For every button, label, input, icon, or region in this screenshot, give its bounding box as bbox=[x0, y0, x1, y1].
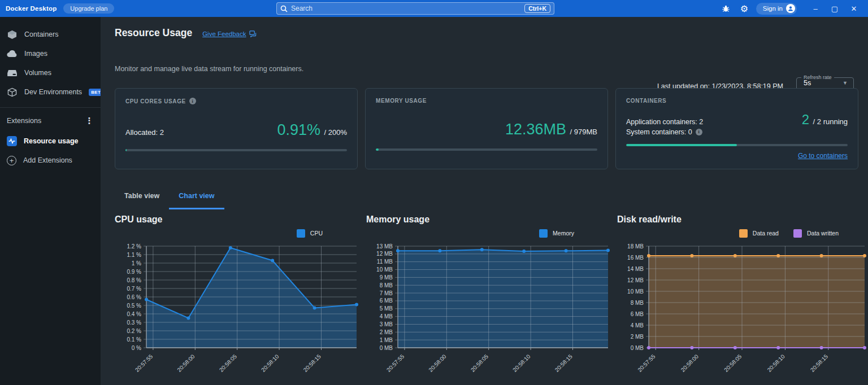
y-axis-tick-label: 18 MB bbox=[627, 243, 644, 250]
data-point-marker bbox=[690, 254, 693, 257]
tab-chart-view[interactable]: Chart view bbox=[169, 184, 224, 209]
chart-legend: Data read Data written bbox=[617, 228, 868, 238]
minimize-button[interactable]: – bbox=[807, 0, 824, 17]
cpu-allocated-text: Allocated: 2 bbox=[125, 128, 164, 137]
maximize-button[interactable]: ▢ bbox=[826, 0, 843, 17]
legend-label: CPU bbox=[310, 230, 323, 237]
tab-table-view[interactable]: Table view bbox=[115, 184, 169, 209]
settings-gear-icon[interactable]: ⚙ bbox=[738, 2, 750, 15]
y-axis-tick-label: 1 MB bbox=[380, 337, 393, 343]
data-point-marker bbox=[734, 254, 737, 257]
system-containers-text: System containers: 0 bbox=[626, 127, 692, 137]
chart-title: CPU usage bbox=[115, 215, 360, 225]
y-axis-tick-label: 0.7 % bbox=[127, 286, 141, 292]
extensions-header: Extensions ⋮ bbox=[0, 112, 101, 132]
upgrade-plan-button[interactable]: Upgrade plan bbox=[63, 3, 114, 14]
card-label: CPU CORES USAGE i bbox=[125, 98, 347, 104]
disk-read-write-chart-panel: Disk read/write Data read Data written 0… bbox=[617, 215, 868, 383]
view-tabs: Table view Chart view bbox=[115, 184, 224, 209]
data-point-marker bbox=[313, 307, 316, 310]
legend-label: Memory bbox=[553, 230, 574, 237]
cpu-usage-value: 0.91% bbox=[277, 121, 321, 138]
sign-in-button[interactable]: Sign in bbox=[756, 3, 797, 15]
data-point-marker bbox=[776, 254, 780, 257]
sidebar-item-label: Resource usage bbox=[24, 137, 79, 145]
sign-in-label: Sign in bbox=[763, 5, 783, 12]
sidebar-item-containers[interactable]: Containers bbox=[0, 25, 101, 44]
data-point-marker bbox=[145, 298, 148, 301]
y-axis-tick-label: 0.1 % bbox=[127, 336, 141, 343]
legend-label: Data read bbox=[753, 230, 779, 237]
y-axis-tick-label: 8 MB bbox=[380, 282, 393, 288]
y-axis-tick-label: 12 MB bbox=[376, 251, 393, 257]
info-icon[interactable]: i bbox=[696, 129, 702, 135]
data-point-marker bbox=[271, 259, 274, 262]
y-axis-tick-label: 1 % bbox=[132, 260, 141, 266]
search-input[interactable]: Search Ctrl+K bbox=[276, 2, 554, 15]
refresh-rate-value: 5s bbox=[804, 79, 811, 87]
series-line bbox=[398, 250, 608, 251]
images-icon bbox=[7, 50, 18, 58]
window-controls: – ▢ ✕ bbox=[807, 0, 862, 17]
x-axis-tick-label: 20:58:00 bbox=[427, 353, 448, 373]
chart-legend: Memory bbox=[366, 228, 611, 238]
memory-progress-bar bbox=[376, 148, 597, 151]
sidebar-item-resource-usage[interactable]: Resource usage bbox=[0, 132, 101, 151]
legend-item: Data written bbox=[793, 229, 839, 238]
data-point-marker bbox=[776, 346, 780, 349]
x-axis-tick-label: 20:58:05 bbox=[723, 353, 743, 373]
sidebar-item-volumes[interactable]: Volumes bbox=[0, 63, 101, 82]
search-icon bbox=[280, 5, 288, 12]
extensions-header-label: Extensions bbox=[7, 117, 41, 125]
memory-usage-card: MEMORY USAGE 12.36MB / 979MB bbox=[365, 88, 608, 169]
sidebar-item-label: Images bbox=[24, 50, 47, 58]
y-axis-tick-label: 0.5 % bbox=[127, 303, 141, 309]
close-button[interactable]: ✕ bbox=[845, 0, 862, 17]
containers-running-total: / 2 running bbox=[813, 117, 848, 126]
x-axis-tick-label: 20:58:15 bbox=[554, 353, 574, 373]
x-axis-tick-label: 20:58:10 bbox=[511, 353, 532, 373]
sidebar-item-images[interactable]: Images bbox=[0, 44, 101, 63]
give-feedback-link[interactable]: Give Feedback bbox=[202, 30, 256, 37]
y-axis-tick-label: 12 MB bbox=[627, 277, 644, 283]
y-axis-tick-label: 0.3 % bbox=[127, 320, 141, 326]
bug-report-icon[interactable] bbox=[720, 2, 732, 15]
memory-usage-total: / 979MB bbox=[570, 128, 597, 136]
containers-running-value: 2 bbox=[802, 112, 809, 127]
app-title: Docker Desktop bbox=[6, 5, 57, 12]
y-axis-tick-label: 1.1 % bbox=[127, 252, 141, 258]
sidebar-item-dev-environments[interactable]: Dev Environments BETA bbox=[0, 82, 101, 102]
y-axis-tick-label: 0 MB bbox=[631, 345, 644, 351]
disk-read-write-chart: 0 MB2 MB4 MB6 MB8 MB10 MB12 MB14 MB16 MB… bbox=[617, 240, 868, 380]
chart-area-fill bbox=[398, 250, 608, 348]
legend-swatch-data-read bbox=[739, 229, 748, 238]
sidebar-divider bbox=[0, 107, 101, 108]
memory-card-title: MEMORY USAGE bbox=[376, 98, 427, 104]
extensions-menu-icon[interactable]: ⋮ bbox=[85, 116, 94, 126]
info-icon[interactable]: i bbox=[189, 98, 196, 104]
y-axis-tick-label: 10 MB bbox=[376, 266, 393, 273]
go-to-containers-link[interactable]: Go to containers bbox=[798, 152, 848, 160]
y-axis-tick-label: 6 MB bbox=[631, 311, 644, 317]
avatar-icon bbox=[786, 4, 795, 13]
data-point-marker bbox=[438, 249, 441, 252]
x-axis-tick-label: 20:58:05 bbox=[218, 353, 238, 373]
y-axis-tick-label: 4 MB bbox=[631, 322, 644, 329]
titlebar: Docker Desktop Upgrade plan Search Ctrl+… bbox=[0, 0, 868, 17]
main-content: Resource Usage Give Feedback Monitor and… bbox=[101, 17, 868, 385]
memory-usage-value: 12.36MB bbox=[505, 121, 566, 138]
docker-desktop-window: Docker Desktop Upgrade plan Search Ctrl+… bbox=[0, 0, 868, 385]
legend-swatch-memory bbox=[539, 229, 548, 238]
legend-item: Memory bbox=[539, 229, 574, 238]
x-axis-tick-label: 20:58:10 bbox=[766, 353, 787, 373]
titlebar-actions: ⚙ Sign in – ▢ ✕ bbox=[720, 0, 868, 17]
x-axis-tick-label: 20:57:55 bbox=[385, 353, 406, 373]
sidebar-item-label: Volumes bbox=[24, 69, 51, 77]
y-axis-tick-label: 7 MB bbox=[380, 290, 393, 296]
y-axis-tick-label: 9 MB bbox=[380, 274, 393, 281]
x-axis-tick-label: 20:58:15 bbox=[809, 353, 830, 373]
y-axis-tick-label: 8 MB bbox=[631, 300, 644, 306]
y-axis-tick-label: 0 % bbox=[132, 345, 141, 351]
sidebar-item-add-extensions[interactable]: + Add Extensions bbox=[0, 151, 101, 170]
y-axis-tick-label: 3 MB bbox=[380, 321, 393, 327]
